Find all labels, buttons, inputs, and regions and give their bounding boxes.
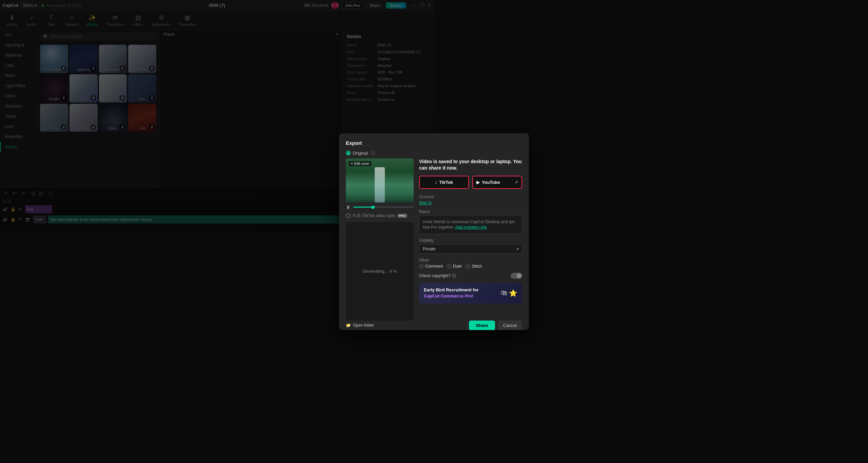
export-preview: ✏ Edit cover ⏸ 9:16 (TikTok video size) … [346,158,414,232]
player-controls: ⏸ [346,205,414,210]
export-content: ✏ Edit cover ⏸ 9:16 (TikTok video size) … [346,158,434,232]
pro-badge: PRO [397,214,408,218]
original-info-icon: ⓘ [371,151,375,156]
radio-dot-fill [347,152,350,154]
export-modal: Export Original ⓘ ✏ Edit cover ⏸ [339,133,434,232]
account-label: Account [419,194,434,199]
edit-cover-button[interactable]: ✏ Edit cover [349,161,371,166]
tiktok-size-radio-row: 9:16 (TikTok video size) PRO [346,213,414,218]
original-radio[interactable] [346,151,351,155]
sign-in-link[interactable]: Sign in [419,200,432,205]
tiktok-button[interactable]: ♪ TikTok [419,176,434,189]
cover-image: ✏ Edit cover [346,158,414,202]
modal-title: Export [346,140,434,146]
pause-button[interactable]: ⏸ [346,205,351,210]
tiktok-size-label: 9:16 (TikTok video size) [353,213,395,218]
progress-fill [353,207,371,208]
progress-bar[interactable] [353,207,414,208]
export-right: Video is saved to your desktop or laptop… [419,158,434,232]
original-radio-row: Original ⓘ [346,151,434,156]
success-message: Video is saved to your desktop or laptop… [419,158,434,172]
tiktok-size-radio[interactable] [346,213,351,218]
name-input-display: Invite friends to download CapCut Deskto… [419,215,434,231]
original-label: Original [353,151,368,156]
modal-overlay: Export Original ⓘ ✏ Edit cover ⏸ [0,0,434,231]
platform-buttons: ♪ TikTok ▶ YouTube ↗ [419,176,434,189]
name-label: Name [419,209,434,214]
generating-area: Generating... 4 % [346,222,414,232]
progress-thumb [371,206,375,209]
